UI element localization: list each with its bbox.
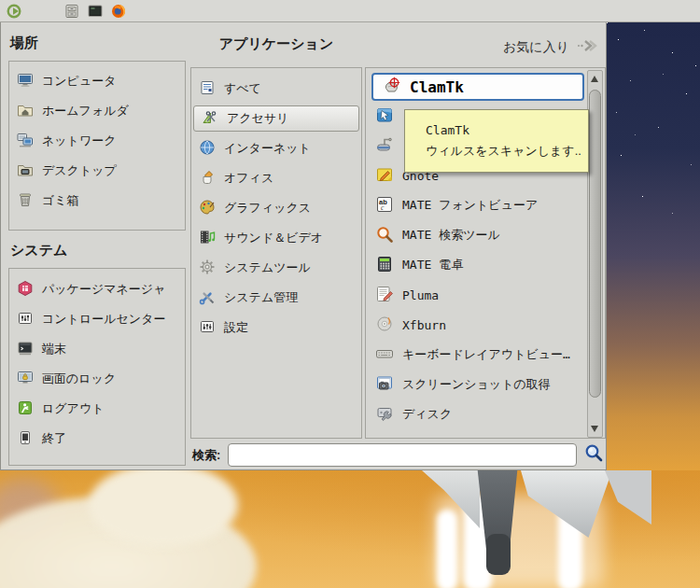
applications-header: アプリケーション <box>190 35 362 53</box>
place-item-label: ホームフォルダ <box>42 103 129 119</box>
cloud <box>89 463 238 547</box>
place-item-computer[interactable]: コンピュータ <box>9 66 185 96</box>
favorites-button[interactable]: お気に入り <box>468 37 598 57</box>
scrollbar-thumb[interactable] <box>589 90 601 398</box>
app-item-label: Xfburn <box>402 318 446 332</box>
system-item-terminal[interactable]: 端末 <box>9 334 185 364</box>
place-item-desktop[interactable]: デスクトップ <box>9 156 185 186</box>
app-item-search-tool[interactable]: MATE 検索ツール <box>368 220 587 250</box>
system-item-label: ログアウト <box>42 400 105 417</box>
terminal-launcher-icon[interactable] <box>87 3 104 20</box>
search-tool-icon <box>375 225 394 246</box>
disks-icon <box>375 404 394 426</box>
category-graphics[interactable]: グラフィックス <box>191 193 361 223</box>
system-item-logout[interactable]: ログアウト <box>9 394 185 424</box>
category-system-admin[interactable]: システム管理 <box>191 283 361 313</box>
app-item-screenshot[interactable]: スクリーンショットの取得 <box>368 370 587 399</box>
search-input[interactable] <box>228 443 577 467</box>
wallpaper-ground <box>0 470 700 588</box>
lock-screen-icon <box>17 370 34 389</box>
gnote-icon <box>375 165 394 187</box>
graphics-icon <box>199 199 216 218</box>
package-manager-icon <box>17 280 34 300</box>
rocket-nozzle <box>486 534 511 575</box>
place-item-label: ネットワーク <box>42 133 117 149</box>
system-item-label: 終了 <box>42 430 66 447</box>
tooltip-title: ClamTk <box>426 120 588 141</box>
keyboard-icon <box>375 344 394 366</box>
screenshot-icon <box>375 374 394 396</box>
pluma-icon <box>375 285 394 306</box>
category-accessories[interactable]: アクセサリ <box>193 105 359 132</box>
app-item-label: スクリーンショットの取得 <box>402 376 551 393</box>
app-item-font-viewer[interactable]: abc MATE フォントビューア <box>368 190 587 220</box>
app-item-label: ディスク <box>402 406 452 423</box>
clamtk-icon <box>383 76 401 98</box>
place-item-home[interactable]: ホームフォルダ <box>9 96 185 126</box>
categories-box: すべて アクセサリ インターネット オフィス グラフィックス サウンド＆ビデオ … <box>190 67 362 439</box>
category-label: 設定 <box>224 319 248 336</box>
app-item-label: ClamTk <box>410 78 464 96</box>
system-item-package-manager[interactable]: パッケージマネージャ <box>9 274 185 304</box>
system-item-label: コントロールセンター <box>42 311 165 328</box>
archive-manager-icon <box>375 135 394 157</box>
favorites-arrow-icon <box>576 37 598 57</box>
clamtk-tooltip: ClamTk ウィルスをスキャンします.. <box>404 109 589 173</box>
app-item-disks[interactable]: ディスク <box>368 399 587 429</box>
search-icon[interactable] <box>584 443 604 467</box>
app-item-calculator[interactable]: MATE 電卓 <box>368 250 587 280</box>
system-item-shutdown[interactable]: 終了 <box>9 424 185 454</box>
pointer-cube-icon <box>375 105 394 127</box>
system-item-label: 画面のロック <box>42 371 116 387</box>
category-label: システムツール <box>224 259 311 276</box>
app-item-label: Pluma <box>402 288 439 302</box>
search-label: 検索: <box>192 447 220 464</box>
control-center-icon <box>17 310 34 329</box>
app-item-label: MATE フォントビューア <box>402 197 538 214</box>
category-label: インターネット <box>224 140 311 157</box>
system-item-label: 端末 <box>42 341 66 357</box>
category-office[interactable]: オフィス <box>191 163 361 193</box>
internet-icon <box>199 139 216 159</box>
home-folder-icon <box>17 102 34 121</box>
category-label: アクセサリ <box>227 110 289 127</box>
app-item-clamtk[interactable]: ClamTk <box>371 73 584 101</box>
category-internet[interactable]: インターネット <box>191 133 361 163</box>
place-item-label: コンピュータ <box>42 73 117 90</box>
place-item-network[interactable]: ネットワーク <box>9 126 185 156</box>
terminal-icon <box>17 340 34 359</box>
network-icon <box>17 132 34 151</box>
system-item-control-center[interactable]: コントロールセンター <box>9 304 185 334</box>
apps-scrollbar[interactable] <box>587 70 603 438</box>
category-label: サウンド＆ビデオ <box>224 230 323 246</box>
firefox-icon[interactable] <box>110 3 127 20</box>
category-settings[interactable]: 設定 <box>191 313 361 343</box>
place-item-label: ゴミ箱 <box>42 192 79 209</box>
system-tools-icon <box>199 259 216 278</box>
app-item-pluma[interactable]: Pluma <box>368 280 587 310</box>
scroll-up-icon[interactable] <box>591 76 598 82</box>
stars <box>607 22 608 23</box>
app-item-label: MATE 電卓 <box>402 257 463 273</box>
computer-icon <box>17 72 34 91</box>
category-sound-video[interactable]: サウンド＆ビデオ <box>191 223 361 253</box>
system-admin-icon <box>199 288 216 308</box>
app-item-label: MATE 検索ツール <box>402 227 500 244</box>
logout-icon <box>17 399 34 419</box>
app-item-xfburn[interactable]: Xfburn <box>368 310 587 340</box>
file-manager-icon[interactable] <box>63 3 80 20</box>
shutdown-icon <box>17 429 34 449</box>
desktop-folder-icon <box>17 161 34 181</box>
category-system-tools[interactable]: システムツール <box>191 253 361 283</box>
system-item-lock-screen[interactable]: 画面のロック <box>9 364 185 394</box>
mate-menu-icon[interactable] <box>6 3 22 20</box>
system-item-label: パッケージマネージャ <box>42 281 165 298</box>
place-item-trash[interactable]: ゴミ箱 <box>9 186 185 216</box>
scroll-down-icon[interactable] <box>591 426 598 432</box>
font-viewer-icon: abc <box>375 195 394 217</box>
all-applications-icon <box>199 79 216 99</box>
places-header: 場所 <box>10 35 38 52</box>
category-all[interactable]: すべて <box>191 74 361 104</box>
wallpaper-sky <box>607 22 700 471</box>
app-item-keyboard-viewer[interactable]: キーボードレイアウトビュー… <box>368 340 587 370</box>
